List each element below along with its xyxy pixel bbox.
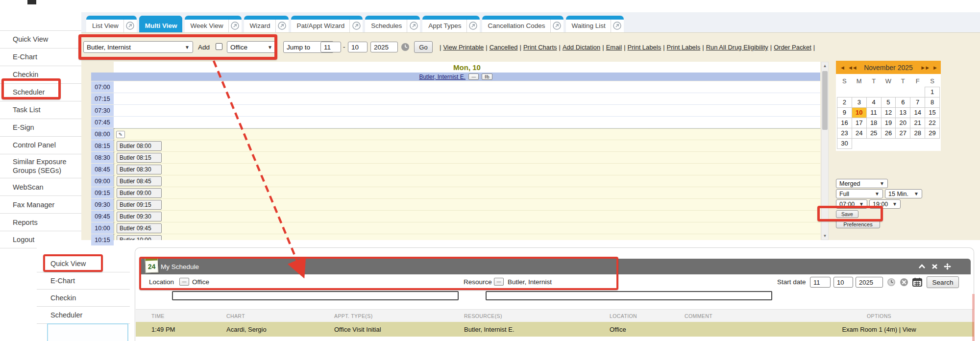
scrollbar-thumb[interactable] (822, 71, 828, 130)
sidebar-item-e-sign[interactable]: E-Sign (0, 119, 81, 136)
calendar-day[interactable]: 2 (837, 97, 852, 107)
sidebar-item-fax-manager[interactable]: Fax Manager (0, 195, 81, 213)
popout-icon[interactable] (466, 19, 480, 32)
calendar-day[interactable]: 14 (910, 107, 925, 118)
calendar-day[interactable]: 27 (896, 128, 910, 138)
location-minus-button[interactable]: — (179, 278, 189, 286)
clock-icon[interactable] (887, 278, 896, 289)
start-year-input[interactable]: 2025 (856, 277, 883, 288)
sidebar-item-task-list[interactable]: Task List (0, 101, 81, 119)
calendar-day[interactable]: 25 (866, 128, 881, 138)
appointment-block[interactable]: Butler 08:45 (117, 176, 162, 186)
search-button[interactable]: Search (927, 276, 959, 288)
link-cancelled[interactable]: Cancelled (490, 44, 518, 51)
schedule-row[interactable]: Butler 08:30 (114, 164, 820, 175)
schedule-row[interactable]: Butler 09:30 (114, 211, 820, 222)
calendar-day[interactable]: 5 (881, 97, 896, 107)
tab-waiting-list[interactable]: Waiting List (566, 16, 624, 32)
resource-minus-button[interactable]: — (494, 278, 504, 286)
row-cell[interactable]: Exam Room 1 (4m) | View (784, 326, 974, 333)
sidebar-item-scheduler[interactable]: Scheduler (0, 83, 81, 101)
sidebar-item-quick-view[interactable]: Quick View (0, 30, 81, 48)
link-print-charts[interactable]: Print Charts (523, 44, 557, 51)
popout-icon[interactable] (611, 19, 624, 32)
schedule-scrollbar[interactable]: ▲ ▼ (821, 62, 829, 240)
sidebar-item-reports[interactable]: Reports (0, 213, 81, 231)
schedule-row[interactable]: Butler 09:15 (114, 199, 820, 211)
popout-icon[interactable] (123, 19, 137, 32)
link-print-labels[interactable]: Print Labels (667, 44, 701, 51)
link-run-all-drug-eligibility[interactable]: Run All Drug Eligibility (706, 44, 768, 51)
link-order-packet[interactable]: Order Packet (774, 44, 811, 51)
calendar-day[interactable]: 30 (837, 138, 852, 148)
calendar-day[interactable]: 3 (852, 97, 866, 107)
schedule-row[interactable]: Butler 08:00 (114, 140, 820, 152)
calendar-day[interactable]: 9 (837, 107, 852, 118)
tab-cancellation-codes[interactable]: Cancellation Codes (482, 16, 564, 32)
panel-titlebar[interactable]: 24 My Schedule (139, 259, 971, 274)
link-add-dictation[interactable]: Add Dictation (563, 44, 600, 51)
tab-appt-types[interactable]: Appt Types (422, 16, 479, 32)
calendar-prev-year-icon[interactable]: ◄◄ (848, 65, 857, 71)
minimize-column-button[interactable]: — (468, 73, 479, 80)
calendar-day[interactable]: 20 (896, 118, 910, 128)
sidebar-item-logout[interactable]: Logout (0, 231, 81, 248)
sidebar-item-webscan[interactable]: WebScan (0, 178, 81, 195)
close-icon[interactable] (931, 264, 938, 269)
start-month-input[interactable]: 11 (810, 277, 831, 288)
tab-week-view[interactable]: Week View (185, 16, 242, 32)
tab-multi-view[interactable]: Multi View (139, 16, 182, 32)
calendar-day[interactable]: 1 (925, 87, 940, 97)
popout-icon[interactable] (550, 19, 564, 32)
calendar-day[interactable]: 8 (925, 97, 940, 107)
clear-date-icon[interactable] (900, 278, 908, 289)
schedule-row[interactable] (114, 81, 820, 93)
calendar-day[interactable]: 16 (837, 118, 852, 128)
interval-select[interactable]: 15 Min. ▼ (885, 189, 922, 198)
link-view-printable[interactable]: View Printable (443, 44, 484, 51)
end-time-select[interactable]: 19:00 ▼ (869, 199, 901, 209)
calendar-day[interactable]: 4 (866, 97, 881, 107)
save-button[interactable]: Save (836, 210, 858, 218)
tab-schedules[interactable]: Schedules (365, 16, 420, 32)
calendar-prev-icon[interactable]: ◄ (840, 65, 844, 71)
calendar-day[interactable]: 21 (910, 118, 925, 128)
location-select[interactable]: Office ▼ (227, 41, 276, 53)
resource-select[interactable]: Butler, Internist ▼ (83, 41, 193, 53)
calendar-day[interactable]: 26 (881, 128, 896, 138)
calendar-day[interactable]: 10 (852, 107, 866, 118)
go-button[interactable]: Go (414, 41, 433, 53)
popout-icon[interactable] (228, 19, 242, 32)
schedule-row[interactable] (114, 93, 820, 105)
bottom-sidebar-item-scheduler[interactable]: Scheduler (37, 307, 130, 324)
appointment-block[interactable]: Butler 09:00 (117, 188, 162, 198)
calendar-day[interactable]: 12 (881, 107, 896, 118)
move-icon[interactable] (944, 263, 951, 270)
popout-icon[interactable] (407, 19, 420, 32)
month-input[interactable]: 11 (320, 42, 341, 52)
schedule-row[interactable]: Butler 10:00 (114, 234, 820, 240)
calendar-day[interactable]: 15 (925, 107, 940, 118)
calendar-day[interactable]: 19 (881, 118, 896, 128)
bottom-sidebar-item-quick-view[interactable]: Quick View (37, 255, 130, 272)
schedule-row[interactable] (114, 105, 820, 117)
schedule-row[interactable]: Butler 08:15 (114, 152, 820, 164)
appointment-block[interactable]: Butler 09:15 (117, 200, 162, 210)
scroll-down-icon[interactable]: ▼ (822, 232, 828, 240)
appointment-block[interactable]: Butler 08:15 (117, 153, 162, 163)
size-select[interactable]: Full ▼ (836, 189, 883, 198)
link-print-labels[interactable]: Print Labels (628, 44, 662, 51)
scroll-up-icon[interactable]: ▲ (822, 62, 828, 70)
bottom-sidebar-item-checkin[interactable]: Checkin (37, 290, 130, 307)
sidebar-item-control-panel[interactable]: Control Panel (0, 136, 81, 154)
calendar-next-icon[interactable]: ► (932, 65, 937, 71)
popout-icon[interactable] (349, 19, 363, 32)
schedule-row[interactable]: Butler 08:45 (114, 175, 820, 187)
merge-mode-select[interactable]: Merged ▼ (836, 179, 888, 188)
preferences-button[interactable]: Preferences (836, 220, 880, 228)
tab-list-view[interactable]: List View (86, 16, 137, 32)
resource-filter-input[interactable] (486, 291, 772, 300)
day-input[interactable]: 10 (348, 42, 368, 52)
calendar-day[interactable]: 18 (866, 118, 881, 128)
schedule-row[interactable]: ✎ (114, 128, 820, 140)
